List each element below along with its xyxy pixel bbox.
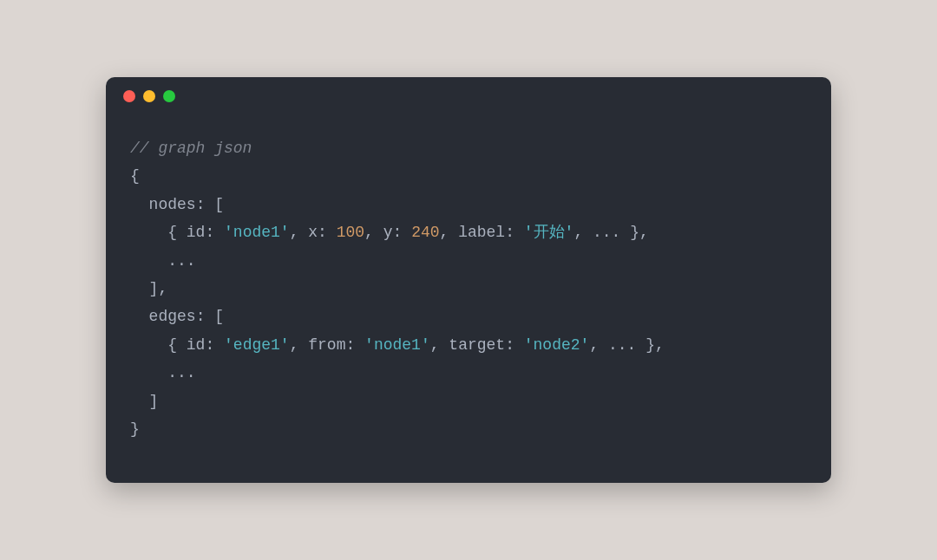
edge-from-value: 'node1' xyxy=(364,336,430,354)
maximize-icon[interactable] xyxy=(163,90,175,102)
edges-ellipsis: ... xyxy=(130,364,196,381)
brace-close: } xyxy=(130,420,140,438)
window-titlebar xyxy=(106,77,831,115)
edge-id-value: 'edge1' xyxy=(224,336,290,354)
code-window: // graph json { nodes: [ { id: 'node1', … xyxy=(106,77,831,483)
node-label-value: '开始' xyxy=(524,224,574,241)
nodes-key: nodes xyxy=(149,196,196,213)
node-id-value: 'node1' xyxy=(224,224,290,241)
code-block: // graph json { nodes: [ { id: 'node1', … xyxy=(106,115,831,462)
nodes-ellipsis: ... xyxy=(130,252,196,270)
close-icon[interactable] xyxy=(123,90,135,102)
brace-open: { xyxy=(130,167,140,185)
node-y-value: 240 xyxy=(411,224,439,241)
edge-target-value: 'node2' xyxy=(524,336,590,354)
code-comment: // graph json xyxy=(130,140,252,157)
minimize-icon[interactable] xyxy=(143,90,155,102)
node-x-value: 100 xyxy=(337,224,364,241)
edges-key: edges xyxy=(149,308,196,325)
